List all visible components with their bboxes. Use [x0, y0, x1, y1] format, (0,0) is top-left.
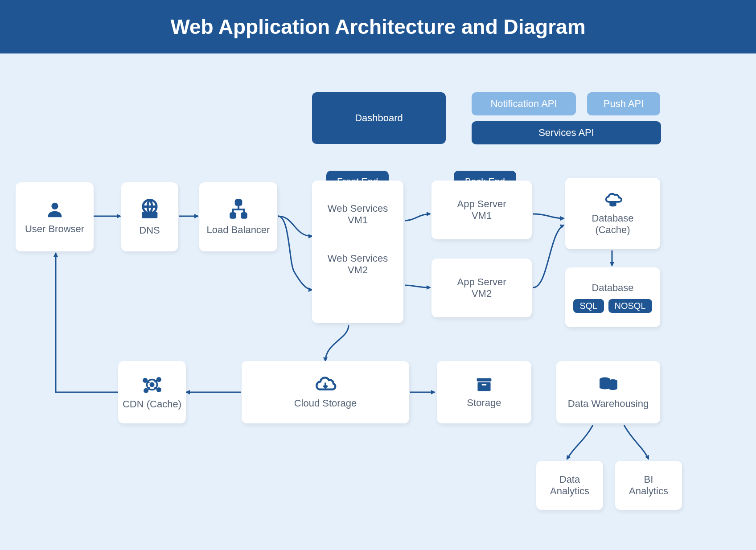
load-balancer-icon: [227, 198, 250, 221]
dns-icon: DNS: [138, 198, 161, 221]
web-services-vm2-line2: VM2: [328, 264, 388, 276]
svg-rect-4: [235, 200, 241, 205]
web-services-node: Web Services VM1 Web Services VM2: [312, 181, 403, 323]
diagram-title-text: Web Application Architecture and Diagram: [170, 15, 585, 39]
storage-label: Storage: [467, 397, 501, 409]
svg-point-9: [150, 383, 154, 386]
app-server-vm1-node: App Server VM1: [431, 181, 532, 239]
web-services-vm2-line1: Web Services: [328, 253, 388, 264]
push-api-label: Push API: [604, 98, 644, 110]
cdn-node: CDN (Cache): [118, 361, 186, 423]
data-analytics-node: Data Analytics: [536, 461, 603, 510]
web-services-vm1-line1: Web Services: [328, 203, 388, 214]
database-node: Database SQL NOSQL: [565, 267, 660, 327]
database-cache-node: Database (Cache): [565, 178, 660, 249]
services-api-box: Services API: [472, 121, 661, 144]
web-services-vm2: Web Services VM2: [328, 253, 388, 276]
bi-line1: BI: [644, 474, 653, 485]
app-server-vm2-node: App Server VM2: [431, 259, 532, 317]
svg-text:DNS: DNS: [145, 213, 154, 218]
svg-point-10: [144, 379, 147, 382]
web-services-vm1: Web Services VM1: [328, 203, 388, 226]
svg-point-0: [51, 202, 58, 209]
svg-rect-5: [230, 213, 235, 218]
user-browser-label: User Browser: [25, 223, 84, 235]
cdn-icon: [142, 374, 162, 395]
app-server-vm1-line1: App Server: [457, 198, 506, 210]
app-server-vm2-line2: VM2: [472, 288, 492, 300]
cloud-storage-node: Cloud Storage: [242, 361, 409, 423]
notification-api-box: Notification API: [472, 92, 576, 115]
load-balancer-label: Load Balancer: [207, 224, 270, 236]
svg-point-13: [157, 388, 161, 392]
bi-line2: Analytics: [629, 485, 668, 497]
database-cache-line2: (Cache): [595, 224, 630, 236]
storage-icon: [474, 376, 494, 394]
data-analytics-line2: Analytics: [550, 485, 589, 497]
load-balancer-node: Load Balancer: [199, 182, 277, 251]
nosql-pill: NOSQL: [608, 299, 652, 313]
bi-analytics-node: BI Analytics: [615, 461, 682, 510]
svg-rect-6: [242, 213, 246, 218]
cloud-download-icon: [313, 375, 337, 394]
app-server-vm2-line1: App Server: [457, 276, 506, 288]
database-label: Database: [592, 282, 633, 294]
app-server-vm1-line2: VM1: [472, 210, 492, 222]
data-warehousing-node: Data Warehousing: [556, 361, 660, 423]
svg-point-11: [157, 378, 161, 382]
notification-api-label: Notification API: [490, 98, 557, 110]
cloud-storage-label: Cloud Storage: [294, 398, 357, 409]
dns-label: DNS: [139, 225, 160, 236]
database-cache-line1: Database: [592, 213, 633, 224]
dashboard-label: Dashboard: [355, 112, 403, 124]
database-cloud-icon: [603, 191, 623, 209]
diagram-title: Web Application Architecture and Diagram: [0, 0, 756, 53]
svg-rect-16: [482, 384, 487, 386]
svg-point-12: [144, 389, 148, 393]
data-analytics-line1: Data: [559, 474, 580, 485]
data-warehousing-icon: [597, 375, 620, 394]
dns-node: DNS DNS: [121, 182, 178, 251]
sql-pill: SQL: [573, 299, 604, 313]
web-services-vm1-line2: VM1: [328, 214, 388, 226]
svg-rect-15: [477, 382, 490, 391]
svg-rect-14: [477, 378, 492, 381]
user-icon: [45, 199, 65, 220]
user-browser-node: User Browser: [16, 182, 94, 251]
storage-node: Storage: [437, 361, 531, 423]
push-api-box: Push API: [587, 92, 660, 115]
cdn-label: CDN (Cache): [123, 398, 181, 410]
data-warehousing-label: Data Warehousing: [568, 398, 649, 410]
services-api-label: Services API: [538, 127, 594, 139]
dashboard-box: Dashboard: [312, 92, 446, 144]
